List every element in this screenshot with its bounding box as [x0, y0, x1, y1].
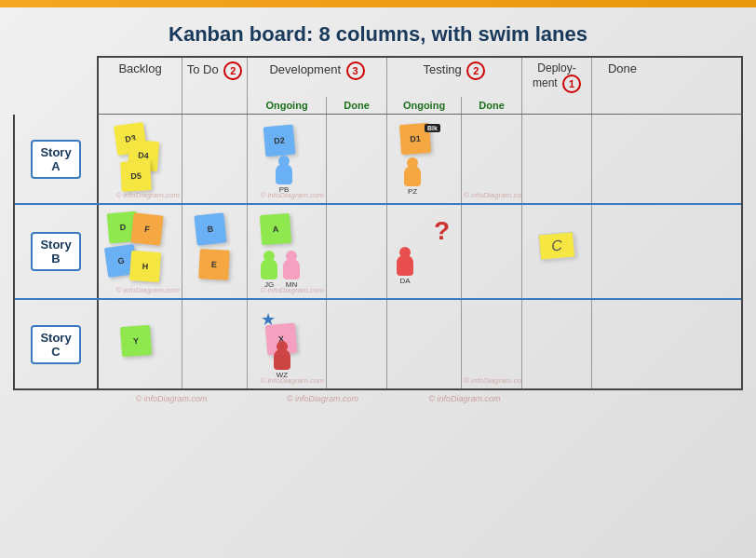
lane-label-story-a: Story A [15, 115, 99, 203]
person-da: DA [397, 247, 413, 285]
wip-todo: 2 [223, 61, 242, 80]
cell-c-test-ongoing [387, 300, 462, 388]
lane-label-story-c: Story C [15, 300, 99, 388]
cell-c-backlog: Y [99, 300, 182, 388]
col-header-backlog: Backlog [99, 58, 182, 97]
sub-test-ongoing: Ongoing [387, 97, 462, 114]
cell-b-backlog: D F G H © infoDiagram.com [99, 205, 182, 298]
sticky-f: F [130, 213, 163, 246]
wip-deploy: 1 [562, 75, 581, 93]
cell-a-dev-done [327, 115, 387, 203]
cell-b-deploy: C [522, 205, 592, 298]
cell-a-deploy [522, 115, 592, 203]
col-header-testing: Testing 2 [387, 58, 522, 97]
cell-b-dev-ongoing: A JG MN © infoDiagram.com [248, 205, 327, 298]
cell-c-test-done: © infoDiagram.com [462, 300, 522, 388]
watermark-b-backlog: © infoDiagram.com [115, 286, 180, 294]
sub-done [592, 97, 653, 114]
sub-dev-ongoing: Ongoing [248, 97, 327, 114]
c-block: C [538, 232, 575, 261]
bottom-watermark-1: © infoDiagram.com [97, 394, 246, 403]
sub-backlog [99, 97, 182, 114]
cell-a-todo [182, 115, 248, 203]
blk-badge: Blk [425, 124, 440, 132]
sticky-d5: D5 [120, 161, 152, 193]
sticky-e: E [198, 250, 230, 281]
sticky-h: H [129, 251, 161, 282]
cell-a-backlog: D3 D4 D5 © infoDiagram.com [99, 115, 182, 203]
wip-dev: 3 [346, 61, 365, 80]
watermark-a-backlog: © infoDiagram.com [115, 191, 180, 199]
person-jg: JG [261, 251, 277, 289]
person-pb: PB [276, 156, 292, 194]
top-bar [0, 0, 756, 7]
cell-a-test-ongoing: D1 Blk PZ [387, 115, 462, 203]
kanban-grid: Story A D3 D4 D5 © infoDiagram.com D2 [13, 115, 743, 390]
person-mn: MN [283, 251, 300, 289]
sticky-b: B [194, 213, 226, 246]
cell-b-test-done [462, 205, 522, 298]
sub-dev-done: Done [327, 97, 387, 114]
question-mark: ? [434, 216, 450, 246]
board-container: Kanban board: 8 columns, with swim lanes… [0, 7, 756, 558]
cell-c-dev-done [327, 300, 387, 388]
cell-c-todo [182, 300, 248, 388]
person-wz: WZ [274, 341, 290, 379]
sticky-y: Y [120, 325, 152, 357]
cell-c-dev-ongoing: ★ X WZ © infoDiagram.com [248, 300, 327, 388]
cell-c-deploy [522, 300, 592, 388]
watermark-a-test: © infoDiagram.com [464, 191, 522, 199]
col-header-deployment: Deploy-ment 1 [522, 58, 592, 97]
bottom-watermark-2: © infoDiagram.com [246, 394, 399, 403]
sub-todo [182, 97, 248, 114]
swim-lane-story-a: Story A D3 D4 D5 © infoDiagram.com D2 [15, 115, 741, 205]
cell-b-todo: B E [182, 205, 248, 298]
cell-a-test-done: © infoDiagram.com [462, 115, 522, 203]
cell-a-dev-ongoing: D2 PB © infoDiagram.com [248, 115, 327, 203]
sticky-d2: D2 [263, 125, 296, 157]
swim-lane-story-c: Story C Y ★ X WZ [15, 300, 741, 388]
lane-label-story-b: Story B [15, 205, 99, 298]
wip-test: 2 [466, 61, 485, 80]
bottom-watermark-3: © infoDiagram.com [399, 394, 530, 403]
cell-b-dev-done [327, 205, 387, 298]
cell-b-test-ongoing: DA ? [387, 205, 462, 298]
col-header-done: Done [592, 58, 653, 97]
cell-a-done [592, 115, 653, 203]
sticky-a: A [260, 213, 291, 245]
sub-deploy [522, 97, 592, 114]
col-header-todo: To Do 2 [182, 58, 248, 97]
watermark-c-test: © infoDiagram.com [464, 376, 522, 385]
swim-lane-story-b: Story B D F G H © infoDiagram.com B E A [15, 205, 741, 300]
cell-b-done [592, 205, 653, 298]
col-header-development: Development 3 [248, 58, 387, 97]
person-pz: PZ [404, 157, 421, 196]
board-title: Kanban board: 8 columns, with swim lanes [13, 17, 743, 56]
watermark-c-dev: © infoDiagram.com [260, 376, 324, 385]
sub-test-done: Done [462, 97, 522, 114]
cell-c-done [592, 300, 653, 388]
